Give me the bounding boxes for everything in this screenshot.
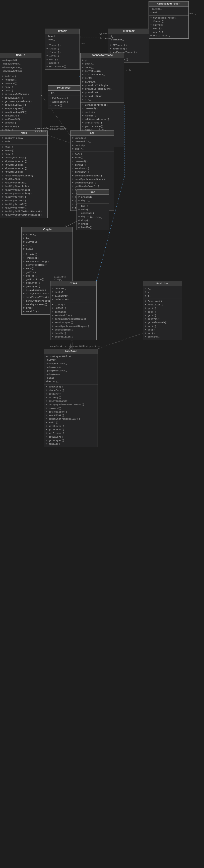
box-section-nodecore-attrs: -crossLayerSAPlist_ -nLayer_ -clsapPerLa… [44,354,97,384]
uml-box-tracer: Tracer -level_ -next_ + Tracer() + trace… [45,29,80,69]
box-section-position-attrs: # x_ # y_ # z_ [143,286,182,299]
label-next-top: next_ [190,12,196,15]
label-uplayersap: upLayerSAP_ [50,125,65,128]
uml-box-cimessagetracer: CIMessageTracer -ciType_ -next_ + CIMess… [149,1,189,39]
attr-downlayersap: -downLayerSAP_ [2,66,40,69]
box-title-sap: SAP [70,131,114,136]
attr-citype: -ciType_ [150,7,187,11]
method-format-tracer: + format() [47,51,78,54]
box-title-connectortrace: ConnectorTrace [81,53,124,58]
attr-downlaysaphum: -downLaySAPhum_ [2,69,40,73]
label-pluginptr-clsap: pluginPtr_clsap_ [54,276,67,281]
method-level: + level() [47,54,78,58]
method-cimessagetracer-ctor: + CIMessageTracer() [150,16,187,20]
box-section-plugin-attrs: # binPtr_ # tag_ # uLayerId_ # uid_ # cl… [22,232,72,252]
method-format: + format() [150,20,187,23]
box-title-pkttracer: PktTracer [48,86,80,91]
uml-box-pkttracer: PktTracer -tr_ + PktTracer() + addTracer… [48,85,80,108]
box-section-cisap-methods: + CISAP() + ~CISAP() + command() + sendM… [51,302,96,340]
label-downmodule-upmodule2: upModule_ [35,130,48,132]
attr-uplayersap: -upLayerSAP_ [2,59,40,62]
box-section-cimessagetracer-attrs: -ciType_ -next_ [149,6,188,16]
box-title-module: Module [0,53,41,58]
box-section-ct-attrs: # pt_ # depth_ # debug_ # dirToPlugin_ #… [81,58,124,103]
method-trace-tracer: + trace() [47,47,78,51]
method-next: + next() [150,27,187,30]
label-tr-commontr: tr_commonTr_ [100,37,116,40]
box-title-citracer: CITracer [108,29,149,34]
method-writetrace: + writeTrace() [150,34,187,38]
uml-box-cisap: CISAP # depthNC_ # depthP_ # pluginPtr_ … [50,281,97,340]
label-next-tracer: next_ [82,42,88,45]
uml-box-nodecore: NodeCore -crossLayerSAPlist_ -nLayer_ -c… [44,349,98,447]
box-section-module-attrs: -upLayerSAP_ -upLaySAPhum_ -downLayerSAP… [0,58,41,74]
method-nexts-tracer: + nextS() [47,61,78,65]
attr-uplaysaphum: -upLaySAPhum_ [2,62,40,66]
box-section-tracer-methods: + Tracer() + trace() + format() + level(… [45,43,80,69]
method-writetrace-tracer: + writeTrace() [47,65,78,68]
method-citype: + ciType() [150,23,187,27]
box-section-sap-attrs: # upModule_ # downModule_ # depthUp_ # p… [70,136,114,152]
method-citracer-ctor: + CITracer() [110,44,148,47]
attr-next-tracer: -next_ [47,38,78,42]
box-section-nodecore-methods: + NodeCore() + ~NodeCore() + battery() +… [44,384,97,447]
label-downlayersap: downLayerSAP_ [50,128,68,130]
label-binbin: /bin/bin_ [90,217,102,219]
box-title-tracer: Tracer [45,29,80,34]
uml-box-mmac: MMac # mac2phy_delay_ # addr + MMac() + … [0,130,48,218]
label-downmodule-upmodule: downModule_ [35,127,50,130]
diagram-container: CIMessageTracer -ciType_ -next_ + CIMess… [0,0,204,868]
box-section-cisap-attrs: # depthNC_ # depthP_ # pluginPtr_ # node… [51,286,96,302]
box-title-plugin: Plugin [22,227,72,232]
box-section-position-methods: + Position() + ~Position() + getX() + ge… [143,299,182,340]
label-cttr: ctTr_ [126,69,133,72]
method-nexts: + nextS() [150,31,187,34]
box-title-nodecore: NodeCore [44,349,97,354]
uml-box-position: Position # x_ # y_ # z_ + Position() + ~… [143,281,182,340]
box-title-cisap: CISAP [51,281,96,286]
method-next-tracer: + next() [47,58,78,61]
method-tracer-ctor: + Tracer() [47,44,78,47]
attr-level: -level_ [47,35,78,38]
box-title-cimessagetracer: CIMessageTracer [149,1,188,6]
box-section-cimessagetracer-methods: + CIMessageTracer() + format() + ciType(… [149,16,188,39]
box-section-bin-attrs: # preamble_ # depth_ [77,195,109,204]
method-addtrace-ci: + addTrace() [110,47,148,51]
box-title-bin: Bin [77,190,109,195]
box-section-tracer-attrs: -level_ -next_ [45,34,80,43]
uml-box-bin: Bin # preamble_ # depth_ + Bin() + ~Bin(… [77,189,109,230]
label-pkttrace: pktTr_ [98,128,106,131]
box-section-mmac-attrs: # mac2phy_delay_ # addr [0,136,48,145]
box-section-pkttracer-attrs: -tr_ [48,91,80,96]
box-section-mmac-methods: + MMac() + ~MMac() + recv() + recvSyncCI… [0,145,48,218]
label-nodecore-cross: nodeCorePt_crossLayerSAPlist_position_ [50,345,101,348]
box-title-position: Position [143,281,182,286]
box-section-pkttracer-methods: + PktTracer() + addTracer() + trace() [48,96,80,108]
attr-next: -next_ [150,11,187,14]
